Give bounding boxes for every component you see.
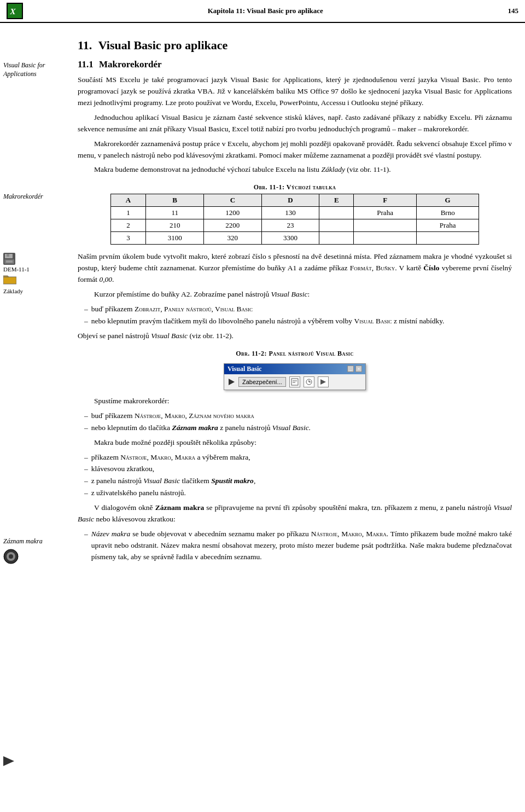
paragraph-6: Kurzor přemístíme do buňky A2. Zobrazíme… (78, 289, 512, 300)
paragraph-11: V dialogovém okně Záznam makra se připra… (78, 502, 512, 525)
page: X Kapitola 11: Visual Basic pro aplikace… (0, 0, 525, 577)
list-item: – klávesovou zkratkou, (84, 463, 512, 475)
sidebar-record-icon (3, 549, 43, 566)
vb-minimize-btn[interactable]: _ (347, 366, 354, 372)
list-item: – nebo klepnutím pravým tlačítkem myši d… (84, 316, 512, 327)
table-row: 2 210 2200 23 Praha (110, 219, 479, 232)
page-layout: Visual Basic for Applications Makrorekor… (0, 23, 525, 577)
header-page: 145 (508, 7, 519, 15)
cell-r1-a: 11 (146, 207, 204, 219)
cell-r3-a: 3100 (146, 232, 204, 245)
vb-icon-1[interactable] (289, 376, 300, 387)
table-caption-2: Obr. 11-2: Panel nástrojů Visual Basic (78, 350, 512, 358)
vb-security-button[interactable]: Zabezpečení... (238, 377, 286, 387)
table-col-header-e: E (319, 194, 354, 207)
header-bar: X Kapitola 11: Visual Basic pro aplikace… (0, 0, 525, 23)
sidebar-makro-label: Makrorekordér (3, 193, 43, 201)
sidebar-zaznam-label: Záznam makra (3, 537, 43, 546)
svg-marker-10 (3, 756, 14, 766)
paragraph-5: Naším prvním úkolem bude vytvořit makro,… (78, 251, 512, 286)
cell-r2-d (319, 219, 354, 232)
sidebar-zaklady-label: Základy (3, 288, 30, 294)
section-heading: 11.1 Makrorekordér (78, 59, 512, 70)
vb-toolbar-title: Visual Basic _ × (224, 364, 365, 374)
vb-toolbar-controls: _ × (347, 366, 362, 372)
paragraph-4: Makra budeme demonstrovat na jednoduché … (78, 164, 512, 176)
vb-play-btn-area[interactable] (228, 378, 235, 386)
svg-rect-12 (291, 379, 298, 385)
play-arrow-icon (3, 756, 14, 766)
list-item: – příkazem Nástroje, Makro, Makra a výbě… (84, 452, 512, 463)
vb-toolbar[interactable]: Visual Basic _ × Zabezpečení... (224, 363, 366, 390)
list-item: – buď příkazem Nástroje, Makro, Záznam n… (84, 410, 512, 422)
sidebar-vba-label: Visual Basic for Applications (3, 61, 63, 78)
vb-toolbar-icon-2 (305, 378, 313, 386)
vb-close-btn[interactable]: × (355, 366, 362, 372)
list-vb-options: – buď příkazem Zobrazit, Panely nástrojů… (84, 304, 512, 327)
folder-icon (3, 275, 16, 285)
sidebar: Visual Basic for Applications Makrorekor… (0, 23, 69, 577)
paragraph-3: Makrorekordér zaznamenává postup práce v… (78, 138, 512, 161)
svg-marker-11 (229, 379, 235, 385)
vb-icon-2[interactable] (304, 376, 314, 387)
cell-r2-f: Praha (416, 219, 479, 232)
svg-marker-18 (320, 379, 326, 385)
chapter-heading: 11. Visual Basic pro aplikace (78, 38, 512, 53)
svg-rect-6 (6, 260, 13, 263)
cell-r1-c: 130 (261, 207, 319, 219)
list-item: – z uživatelského panelu nástrojů. (84, 488, 512, 499)
table-col-header-f: F (354, 194, 417, 207)
list-item: – buď příkazem Zobrazit, Panely nástrojů… (84, 304, 512, 315)
cell-r3-c: 3300 (261, 232, 319, 245)
list-item: – Název makra se bude objevovat v abeced… (84, 529, 512, 563)
cell-r2-rn: 2 (110, 219, 146, 232)
cell-r1-e: Praha (354, 207, 417, 219)
list-start-macro: – buď příkazem Nástroje, Makro, Záznam n… (84, 410, 512, 434)
cell-r1-rn: 1 (110, 207, 146, 219)
list-run-macro: – příkazem Nástroje, Makro, Makra a výbě… (84, 452, 512, 500)
table-header-row: A B C D E F G (110, 194, 479, 207)
sidebar-zaznam: Záznam makra (3, 537, 43, 566)
cell-r3-rn: 3 (110, 232, 146, 245)
sidebar-makro: Makrorekordér (3, 193, 43, 201)
excel-icon: X (7, 3, 23, 19)
table-row: 1 11 1200 130 Praha Brno (110, 207, 479, 219)
sidebar-vba: Visual Basic for Applications (3, 61, 63, 78)
vb-toolbar-icon-3 (319, 378, 327, 386)
vb-icon-3[interactable] (318, 376, 329, 387)
diskette-icon (3, 253, 15, 265)
svg-point-9 (9, 554, 13, 559)
sidebar-diskette-row (3, 253, 30, 265)
cell-r2-a: 210 (146, 219, 204, 232)
cell-r1-b: 1200 (204, 207, 262, 219)
vb-toolbar-body: Zabezpečení... (224, 374, 365, 390)
data-table-1: A B C D E F G 1 11 1200 130 (110, 194, 480, 245)
table-col-header-c: C (204, 194, 262, 207)
table-col-header-d: D (261, 194, 319, 207)
sidebar-play-row (3, 756, 14, 766)
sidebar-dem-section: DEM-11-1 Základy (3, 253, 30, 294)
table-col-header-a: A (110, 194, 146, 207)
cell-r2-e (354, 219, 417, 232)
sidebar-folder-row (3, 275, 30, 287)
paragraph-1: Součástí MS Excelu je také programovací … (78, 74, 512, 109)
sidebar-dem-label: DEM-11-1 (3, 266, 30, 272)
svg-text:X: X (9, 7, 16, 16)
table-col-header-g: G (416, 194, 479, 207)
table-col-header-b: B (146, 194, 204, 207)
cell-r3-b: 320 (204, 232, 262, 245)
header-title: Kapitola 11: Visual Basic pro aplikace (208, 7, 323, 15)
vb-toolbar-icon-1 (291, 378, 299, 386)
table-caption-1: Obr. 11-1: Výchozí tabulka (78, 183, 512, 192)
list-item: – nebo klepnutím do tlačítka Záznam makr… (84, 422, 512, 434)
vb-play-icon (228, 378, 235, 386)
cell-r3-e (354, 232, 417, 245)
paragraph-9: Spustíme makrorekordér: (78, 396, 512, 407)
list-item: – z panelu nástrojů Visual Basic tlačítk… (84, 475, 512, 487)
cell-r2-b: 2200 (204, 219, 262, 232)
cell-r1-f: Brno (416, 207, 479, 219)
sidebar-play-section (3, 756, 14, 766)
paragraph-8: Objeví se panel nástrojů Visual Basic (v… (78, 330, 512, 342)
record-circle-icon (3, 549, 19, 564)
cell-r3-f (416, 232, 479, 245)
